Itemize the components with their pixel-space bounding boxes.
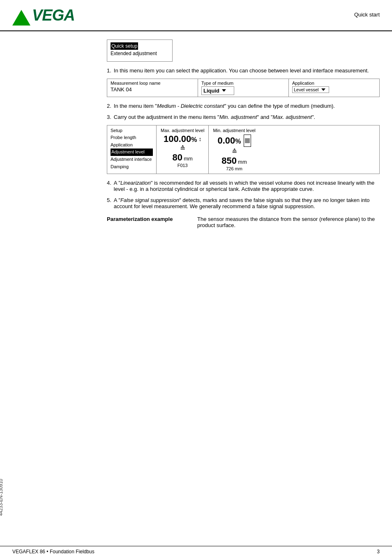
max-mm-unit: mm — [184, 155, 193, 162]
application-value: Level vessel — [294, 87, 319, 92]
measurement-form-panel: Measurement loop name TANK 04 Type of me… — [107, 79, 380, 97]
medium-type-label: Type of medium — [201, 81, 285, 86]
loop-name-label: Measurement loop name — [111, 81, 194, 86]
step4-number: 4. — [107, 180, 111, 192]
step4-item: 4. A "Linearization" is recommended for … — [107, 180, 380, 192]
step4-text: A "Linearization" is recommended for all… — [114, 180, 380, 192]
max-mm-number: 80 — [173, 152, 182, 162]
application-label: Application — [292, 81, 376, 86]
up-down-arrows-icon: ↕ — [198, 136, 201, 142]
footer-page-number: 3 — [377, 549, 380, 555]
step5-text: A "False signal suppression" detects, ma… — [114, 197, 380, 209]
menu-item-quick-setup[interactable]: Quick setup — [111, 42, 138, 50]
setup-menu-damping[interactable]: Damping — [111, 163, 153, 171]
step2-item: 2. In the menu item "Medium - Dielectric… — [107, 103, 380, 109]
min-approx-sign: ≙ — [213, 148, 255, 155]
form-cell-application: Application Level vessel — [289, 79, 379, 97]
step2-number: 2. — [107, 103, 111, 109]
min-adj-label: Min. adjustment level — [213, 128, 255, 133]
min-adj-value-percent: 0.00% — [218, 136, 241, 145]
loop-name-value: TANK 04 — [111, 86, 132, 93]
min-adj-mm-value: 850 mm — [213, 156, 255, 165]
setup-menu-application[interactable]: Application — [111, 142, 153, 149]
form-cell-loop-name: Measurement loop name TANK 04 — [107, 79, 198, 97]
header-section-title: Quick start — [75, 7, 380, 18]
left-margin — [12, 39, 103, 228]
setup-menu-adjustment-level[interactable]: Adjustment level — [111, 149, 153, 156]
slider-icon — [244, 135, 251, 147]
main-content: Quick setup Extended adjustment 1. In th… — [0, 35, 392, 228]
setup-panel: Setup Probe length Application Adjustmen… — [107, 125, 380, 174]
footer-left-text: VEGAFLEX 86 • Foundation Fieldbus — [12, 549, 95, 555]
medium-type-value: Liquid — [203, 88, 219, 94]
logo-triangle-icon — [12, 10, 30, 26]
setup-menu-adjustment-interface[interactable]: Adjustment interface — [111, 156, 153, 163]
min-adjustment-col: Min. adjustment level 0.00% ≙ 850 mm 726… — [209, 125, 259, 174]
menu-item-extended-adjustment[interactable]: Extended adjustment — [111, 50, 166, 57]
medium-type-dropdown[interactable]: Liquid — [201, 86, 234, 95]
step1-text: In this menu item you can select the app… — [114, 67, 369, 74]
page-footer: VEGAFLEX 86 • Foundation Fieldbus 3 — [0, 546, 392, 557]
min-mm-number: 850 — [221, 155, 237, 166]
side-document-number: 44233-EN-130910 — [0, 479, 3, 516]
logo-text: VEGA — [32, 7, 75, 24]
app-dropdown-arrow-icon — [321, 88, 325, 91]
param-text: The sensor measures the distance from th… — [197, 216, 380, 228]
logo-area: VEGA — [12, 7, 75, 27]
step1-item: 1. In this menu item you can select the … — [107, 67, 380, 74]
step3-text: Carry out the adjustment in the menu ite… — [114, 114, 315, 120]
application-dropdown[interactable]: Level vessel — [292, 86, 329, 93]
max-adj-mm-value: 80 mm — [161, 153, 204, 162]
max-f-value: F013 — [161, 163, 204, 168]
step5-item: 5. A "False signal suppression" detects,… — [107, 197, 380, 209]
max-approx-sign: ≙ — [161, 144, 204, 152]
param-label: Parameterization example — [107, 216, 197, 228]
menu-box: Quick setup Extended adjustment — [107, 39, 173, 62]
step1-number: 1. — [107, 67, 111, 74]
step3-number: 3. — [107, 114, 111, 120]
right-content: Quick setup Extended adjustment 1. In th… — [103, 39, 380, 228]
parameterization-section: Parameterization example The sensor meas… — [107, 216, 380, 228]
max-adj-label: Max. adjustment level — [161, 128, 204, 133]
max-adjustment-col: Max. adjustment level 100.00% ↕ ≙ 80 mm … — [157, 125, 209, 174]
setup-menu-probe-length[interactable]: Probe length — [111, 134, 153, 142]
step3-item: 3. Carry out the adjustment in the menu … — [107, 114, 380, 120]
setup-title: Setup — [111, 127, 153, 135]
min-f-value: 726 mm — [213, 166, 255, 171]
form-cell-medium-type: Type of medium Liquid — [198, 79, 289, 97]
step5-number: 5. — [107, 197, 111, 209]
page-header: VEGA Quick start — [0, 0, 392, 31]
step2-text: In the menu item "Medium - Dielectric co… — [114, 103, 335, 109]
dropdown-arrow-icon — [222, 89, 226, 92]
min-mm-unit: mm — [238, 159, 247, 165]
setup-menu-column: Setup Probe length Application Adjustmen… — [107, 125, 157, 174]
max-adj-value-percent: 100.00% — [164, 135, 197, 144]
